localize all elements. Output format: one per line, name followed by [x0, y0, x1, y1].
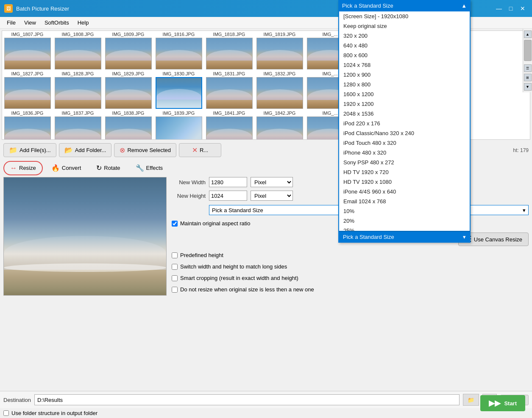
- browse-destination-button[interactable]: 📁: [463, 394, 479, 406]
- dropdown-item[interactable]: Email 1024 x 768: [339, 197, 470, 206]
- menu-softorbits[interactable]: SoftOrbits: [41, 18, 72, 27]
- wave-foam: [4, 263, 166, 272]
- dropdown-item[interactable]: 1920 x 1200: [339, 99, 470, 109]
- dropdown-item[interactable]: HD TV 1920 x 1080: [339, 177, 470, 187]
- r-button[interactable]: ✕ R...: [179, 143, 221, 157]
- maintain-aspect-label[interactable]: Maintain original aspect ratio: [180, 220, 250, 227]
- dropdown-scroll-up-icon[interactable]: ▲: [461, 3, 467, 9]
- list-item[interactable]: IMG_1839.JPG: [154, 111, 203, 139]
- list-item[interactable]: IMG_1809.JPG: [104, 32, 153, 69]
- add-folder-button[interactable]: 📂 Add Folder...: [59, 143, 112, 157]
- dropdown-item[interactable]: 640 x 480: [339, 41, 470, 50]
- dropdown-item[interactable]: iPod Classic/Nano 320 x 240: [339, 128, 470, 138]
- start-button[interactable]: ▶▶ Start: [480, 395, 525, 411]
- do-not-resize-label[interactable]: Do not resize when original size is less…: [180, 286, 314, 293]
- list-item[interactable]: IMG_1842.JPG: [255, 111, 304, 139]
- predefined-height-checkbox[interactable]: [172, 252, 178, 258]
- dropdown-list[interactable]: [Screen Size] - 1920x1080 Keep original …: [339, 11, 470, 231]
- list-item[interactable]: IMG_1816.JPG: [154, 32, 203, 69]
- destination-label: Destination: [3, 397, 31, 403]
- dropdown-item[interactable]: [Screen Size] - 1920x1080: [339, 11, 470, 21]
- app-icon: 🖼: [4, 4, 13, 13]
- tab-resize[interactable]: ↔ Resize: [3, 161, 43, 175]
- dropdown-item[interactable]: iPhone 480 x 320: [339, 148, 470, 158]
- predefined-height-label[interactable]: Predefined height: [180, 252, 223, 258]
- add-files-icon: 📁: [9, 146, 17, 154]
- list-item[interactable]: IMG_1832.JPG: [255, 71, 304, 109]
- new-height-input[interactable]: [209, 191, 247, 201]
- close-button[interactable]: ✕: [518, 3, 528, 14]
- list-item[interactable]: IMG_1827.JPG: [3, 71, 52, 109]
- effects-icon: 🔧: [136, 164, 144, 172]
- scroll-up-icon[interactable]: ▲: [524, 30, 532, 38]
- dropdown-item[interactable]: 320 x 200: [339, 31, 470, 41]
- switch-width-height-row: Switch width and height to match long si…: [172, 263, 529, 271]
- menu-file[interactable]: File: [3, 18, 19, 27]
- dropdown-item[interactable]: iPod 220 x 176: [339, 119, 470, 128]
- dropdown-item[interactable]: 25%: [339, 226, 470, 231]
- dropdown-item[interactable]: iPone 4/4S 960 x 640: [339, 187, 470, 197]
- smart-cropping-checkbox[interactable]: [172, 275, 178, 281]
- dropdown-item[interactable]: 800 x 600: [339, 50, 470, 60]
- dropdown-bottom-label: Pick a Standard Size: [343, 234, 394, 240]
- menu-help[interactable]: Help: [74, 18, 92, 27]
- width-unit-select[interactable]: Pixel Percent Inch cm: [251, 177, 293, 187]
- tab-effects[interactable]: 🔧 Effects: [129, 161, 170, 175]
- list-item[interactable]: IMG_1838.JPG: [104, 111, 153, 139]
- destination-input[interactable]: [34, 394, 460, 405]
- menu-view[interactable]: View: [21, 18, 39, 27]
- dropdown-item[interactable]: 1024 x 768: [339, 60, 470, 70]
- resize-icon: ↔: [10, 164, 17, 172]
- list-item[interactable]: IMG_1808.JPG: [53, 32, 102, 69]
- list-item[interactable]: IMG_1836.JPG: [3, 111, 52, 139]
- switch-width-height-checkbox[interactable]: [172, 264, 178, 270]
- scrollbar-thumb[interactable]: [524, 40, 532, 61]
- list-item[interactable]: IMG_1831.JPG: [205, 71, 253, 109]
- standard-size-label: Pick a Standard Size: [212, 207, 263, 213]
- list-item[interactable]: IMG_1829.JPG: [104, 71, 153, 109]
- list-item[interactable]: IMG_1837.JPG: [53, 111, 102, 139]
- tab-rotate[interactable]: ↻ Rotate: [89, 161, 127, 175]
- list-item[interactable]: IMG_1807.JPG: [3, 32, 52, 69]
- new-height-label: New Height: [172, 193, 206, 199]
- new-width-label: New Width: [172, 179, 206, 185]
- maintain-aspect-checkbox[interactable]: [172, 221, 178, 227]
- dropdown-item[interactable]: 2048 x 1536: [339, 109, 470, 119]
- list-item[interactable]: IMG_1828.JPG: [53, 71, 102, 109]
- list-item[interactable]: IMG_1819.JPG: [255, 32, 304, 69]
- image-preview: [3, 177, 167, 296]
- image-count: ht: 179: [513, 147, 529, 153]
- dropdown-item[interactable]: 20%: [339, 216, 470, 226]
- view-grid-icon[interactable]: ⊞: [524, 74, 532, 81]
- add-files-button[interactable]: 📁 Add File(s)...: [3, 143, 56, 157]
- dropdown-item[interactable]: 10%: [339, 206, 470, 216]
- dropdown-item[interactable]: 1200 x 900: [339, 70, 470, 80]
- dropdown-item[interactable]: iPod Touch 480 x 320: [339, 138, 470, 148]
- remove-selected-button[interactable]: ⊗ Remove Selected: [114, 143, 176, 157]
- view-details-icon[interactable]: ☰: [524, 64, 532, 72]
- height-unit-select[interactable]: Pixel Percent Inch cm: [251, 191, 293, 201]
- dropdown-item[interactable]: 1600 x 1200: [339, 89, 470, 99]
- smart-cropping-row: Smart cropping (result in exact width an…: [172, 274, 529, 282]
- do-not-resize-checkbox[interactable]: [172, 287, 178, 293]
- dropdown-item[interactable]: HD TV 1920 x 720: [339, 167, 470, 177]
- list-item[interactable]: IMG_1818.JPG: [205, 32, 253, 69]
- tab-convert[interactable]: 🔥 Convert: [45, 161, 88, 175]
- window-controls: — □ ✕: [494, 3, 528, 14]
- list-item[interactable]: IMG_1841.JPG: [205, 111, 253, 139]
- dropdown-item[interactable]: Sony PSP 480 x 272: [339, 158, 470, 167]
- folder-icon: 📁: [468, 397, 474, 403]
- folder-structure-label[interactable]: Use folder structure in output folder: [11, 410, 97, 416]
- scroll-down-icon[interactable]: ▼: [524, 83, 532, 91]
- new-width-input[interactable]: [209, 177, 247, 187]
- dropdown-item[interactable]: 1280 x 800: [339, 80, 470, 89]
- list-item[interactable]: IMG_1830.JPG: [154, 71, 203, 109]
- smart-cropping-label[interactable]: Smart cropping (result in exact width an…: [180, 275, 298, 281]
- maximize-button[interactable]: □: [506, 3, 516, 14]
- start-icon: ▶▶: [489, 399, 501, 408]
- dropdown-item[interactable]: Keep original size: [339, 21, 470, 31]
- minimize-button[interactable]: —: [494, 3, 504, 14]
- folder-structure-checkbox[interactable]: [3, 410, 9, 416]
- dropdown-footer[interactable]: Pick a Standard Size ▾: [339, 231, 470, 242]
- switch-width-height-label[interactable]: Switch width and height to match long si…: [180, 263, 287, 270]
